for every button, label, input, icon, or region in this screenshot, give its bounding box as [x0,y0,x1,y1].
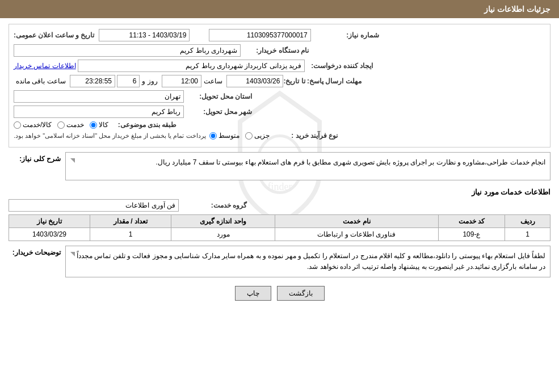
category-kala-khedmat-radio[interactable] [14,121,21,129]
category-kala-label: کالا [99,121,108,129]
buyer-notes-text: لطفاً فایل استعلام بهاء پیوستی را دانلود… [77,252,545,271]
process-note: پرداخت تمام یا بخشی از مبلغ خریداز محل "… [14,132,206,140]
page-header: جزئیات اطلاعات نیاز [0,0,559,18]
table-row: 1 ع-109 فناوری اطلاعات و ارتباطات مورد 1… [9,228,550,241]
row-city: شهر محل تحویل: [14,106,545,118]
cell-date: 1403/03/29 [9,228,90,241]
services-table: ردیف کد خدمت نام خدمت واحد اندازه گیری ت… [9,214,550,241]
deadline-clock-input[interactable] [70,75,115,87]
process-label: نوع فرآیند خرید : [270,132,338,140]
cell-code: ع-109 [438,228,505,241]
creator-input[interactable] [78,60,305,72]
row-service-group: گروه خدمت: [9,199,550,212]
cell-name: فناوری اطلاعات و ارتباطات [275,228,439,241]
process-jozi-item[interactable]: جزیی [245,132,270,140]
category-kala-item[interactable]: کالا [90,121,108,129]
process-jozi-label: جزیی [254,132,270,140]
category-kala-radio[interactable] [90,121,97,129]
announce-label: تاریخ و ساعت اعلان عمومی: [14,31,94,39]
description-box: انجام خدمات طراحی،مشاوره و نظارت بر اجرا… [65,152,550,180]
process-motavaset-radio[interactable] [209,132,217,140]
services-table-section: ردیف کد خدمت نام خدمت واحد اندازه گیری ت… [9,214,550,241]
city-label: شهر محل تحویل: [184,108,252,116]
header-title: جزئیات اطلاعات نیاز [484,5,550,14]
description-text: انجام خدمات طراحی،مشاوره و نظارت بر اجرا… [156,158,545,166]
row-name-dastgah: نام دستگاه خریدار: [14,44,545,57]
buyer-notes-section: لطفاً فایل استعلام بهاء پیوستی را دانلود… [9,246,550,280]
col-name: نام خدمت [275,215,439,228]
service-group-input[interactable] [9,199,179,212]
service-info-title: اطلاعات خدمات مورد نیاز [9,188,550,196]
province-label: استان محل تحویل: [184,92,252,100]
back-button[interactable]: بازگشت [277,286,325,301]
deadline-time-label: ساعت [204,77,222,85]
corner-triangle [70,158,75,163]
shomara-niaz-input[interactable] [209,29,311,41]
row-process: نوع فرآیند خرید : جزیی متوسط [14,132,545,140]
deadline-time-input[interactable] [162,75,201,87]
description-label: شرح کلی نیاز: [9,152,65,163]
deadline-date-input[interactable] [226,75,283,87]
process-motavaset-label: متوسط [218,132,239,140]
cell-count: 1 [90,228,171,241]
page-container: جزئیات اطلاعات نیاز finder شماره نیاز: [0,0,559,392]
shomara-niaz-label: شماره نیاز: [311,31,379,39]
service-group-label: گروه خدمت: [179,201,247,209]
row-shomara-announce: شماره نیاز: تاریخ و ساعت اعلان عمومی: [14,29,545,41]
name-dastgah-input[interactable] [14,44,241,57]
process-motavaset-item[interactable]: متوسط [209,132,239,140]
announce-value-input[interactable] [99,29,190,41]
buyer-notes-label: توضیحات خریدار: [9,246,65,256]
content-inner: شماره نیاز: تاریخ و ساعت اعلان عمومی: نا… [9,24,550,301]
col-date: تاریخ نیاز [9,215,90,228]
name-dastgah-label: نام دستگاه خریدار: [241,47,309,54]
row-province: استان محل تحویل: [14,90,545,103]
cell-unit: مورد [171,228,275,241]
category-khedmat-item[interactable]: خدمت [57,121,84,129]
print-button[interactable]: چاپ [235,286,271,301]
deadline-remaining-label: ساعت باقی مانده [16,77,66,85]
deadline-day-label: روز و [142,77,157,85]
process-radio-group: جزیی متوسط [209,132,270,140]
top-form-section: شماره نیاز: تاریخ و ساعت اعلان عمومی: نا… [9,24,550,147]
category-khedmat-label: خدمت [66,121,84,129]
category-khedmat-radio[interactable] [57,121,65,129]
main-content: finder شماره نیاز: تاریخ و ساعت اعلان عم… [0,18,559,306]
row-category: طبقه بندی موضوعی: کالا خدمت کا [14,121,545,129]
cell-row: 1 [505,228,550,241]
col-code: کد خدمت [438,215,505,228]
corner-triangle-2 [70,252,75,256]
category-radio-group: کالا خدمت کالا/خدمت [14,121,108,129]
contact-link[interactable]: اطلاعات تماس خریدار [14,62,76,70]
main-wrapper: finder شماره نیاز: تاریخ و ساعت اعلان عم… [9,24,550,301]
category-label: طبقه بندی موضوعی: [108,121,176,129]
col-row: ردیف [505,215,550,228]
creator-label: ایجاد کننده درخواست: [305,62,373,70]
deadline-label: مهلت ارسال پاسخ: تا تاریخ: [283,77,361,85]
category-kala-khedmat-label: کالا/خدمت [23,121,52,129]
col-count: تعداد / مقدار [90,215,171,228]
province-input[interactable] [14,90,184,103]
process-jozi-radio[interactable] [245,132,253,140]
category-kala-khedmat-item[interactable]: کالا/خدمت [14,121,52,129]
row-deadline: مهلت ارسال پاسخ: تا تاریخ: ساعت روز و سا… [14,75,545,87]
city-input[interactable] [14,106,184,118]
row-creator: ایجاد کننده درخواست: اطلاعات تماس خریدار [14,60,545,72]
col-unit: واحد اندازه گیری [171,215,275,228]
description-section: انجام خدمات طراحی،مشاوره و نظارت بر اجرا… [9,152,550,183]
buyer-notes-box: لطفاً فایل استعلام بهاء پیوستی را دانلود… [65,246,550,277]
deadline-days-input[interactable] [117,75,140,87]
button-row: بازگشت چاپ [9,286,550,301]
